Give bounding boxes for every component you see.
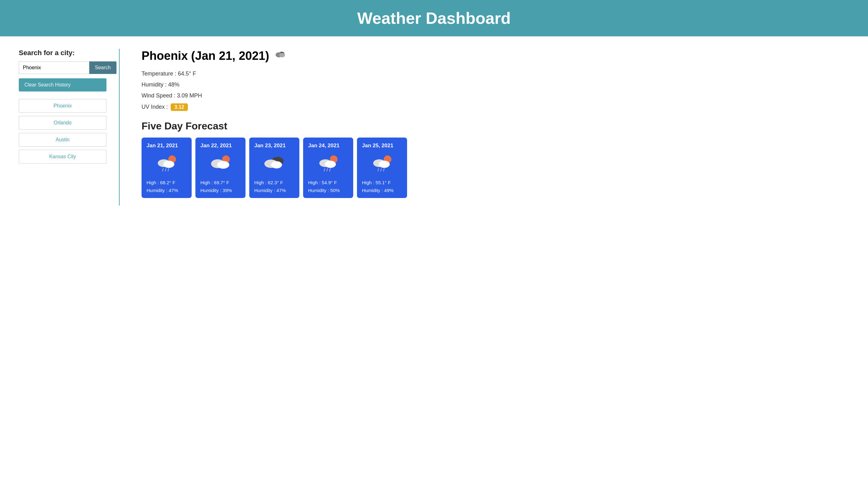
svg-line-20 xyxy=(330,169,330,171)
forecast-card-4: Jan 24, 2021 High : 54.9° F Humidity : 5… xyxy=(303,138,353,198)
search-input[interactable] xyxy=(19,61,89,74)
svg-line-26 xyxy=(383,169,384,171)
svg-point-23 xyxy=(379,161,390,168)
uv-badge: 3.12 xyxy=(170,103,188,111)
city-title: Phoenix (Jan 21, 2021) xyxy=(142,49,849,63)
forecast-card-2: Jan 22, 2021 High : 69.7° F Humidity : 3… xyxy=(195,138,246,198)
wind-speed: Wind Speed : 3.09 MPH xyxy=(142,92,849,99)
search-label: Search for a city: xyxy=(19,49,106,57)
forecast-icon-3 xyxy=(254,153,294,176)
app-header: Weather Dashboard xyxy=(0,0,868,36)
forecast-high-5: High : 55.1° F xyxy=(362,180,391,185)
forecast-date-2: Jan 22, 2021 xyxy=(200,143,232,149)
forecast-humidity-4: Humidity : 50% xyxy=(308,188,340,193)
forecast-humidity-5: Humidity : 49% xyxy=(362,188,394,193)
search-row: Search xyxy=(19,61,106,74)
forecast-date-5: Jan 25, 2021 xyxy=(362,143,393,149)
svg-line-25 xyxy=(381,169,382,171)
forecast-date-3: Jan 23, 2021 xyxy=(254,143,286,149)
content-area: Phoenix (Jan 21, 2021) Temperature : 64.… xyxy=(132,49,849,206)
forecast-title: Five Day Forecast xyxy=(142,120,849,132)
forecast-high-3: High : 62.3° F xyxy=(254,180,283,185)
forecast-high-2: High : 69.7° F xyxy=(200,180,229,185)
forecast-date-4: Jan 24, 2021 xyxy=(308,143,339,149)
forecast-icon-2 xyxy=(200,153,241,176)
svg-line-8 xyxy=(168,169,169,171)
history-item-kansascity[interactable]: Kansas City xyxy=(19,150,106,163)
history-item-orlando[interactable]: Orlando xyxy=(19,116,106,130)
history-item-phoenix[interactable]: Phoenix xyxy=(19,99,106,113)
svg-line-19 xyxy=(327,169,328,171)
weather-details: Temperature : 64.5° F Humidity : 48% Win… xyxy=(142,70,849,111)
search-button[interactable]: Search xyxy=(89,61,117,74)
main-container: Search for a city: Search Clear Search H… xyxy=(0,36,868,218)
sidebar: Search for a city: Search Clear Search H… xyxy=(19,49,106,206)
forecast-humidity-2: Humidity : 39% xyxy=(200,188,232,193)
city-title-text: Phoenix (Jan 21, 2021) xyxy=(142,49,269,63)
forecast-high-1: High : 68.2° F xyxy=(147,180,175,185)
svg-line-18 xyxy=(324,169,325,171)
forecast-icon-4 xyxy=(308,153,348,176)
forecast-humidity-3: Humidity : 47% xyxy=(254,188,286,193)
clear-history-button[interactable]: Clear Search History xyxy=(19,78,106,91)
forecast-card-5: Jan 25, 2021 High : 55.1° F Humidity : 4… xyxy=(357,138,407,198)
temperature: Temperature : 64.5° F xyxy=(142,70,849,77)
forecast-humidity-1: Humidity : 47% xyxy=(147,188,178,193)
history-item-austin[interactable]: Austin xyxy=(19,133,106,147)
forecast-icon-5 xyxy=(362,153,402,176)
divider xyxy=(119,49,120,206)
current-weather-icon xyxy=(273,49,286,63)
uv-label: UV Index : xyxy=(142,104,168,110)
svg-line-7 xyxy=(165,169,166,171)
forecast-card-3: Jan 23, 2021 High : 62.3° F Humidity : 4… xyxy=(249,138,299,198)
svg-point-11 xyxy=(217,161,229,169)
app-title: Weather Dashboard xyxy=(0,9,868,28)
svg-point-14 xyxy=(271,161,282,169)
svg-point-5 xyxy=(163,161,174,168)
svg-point-2 xyxy=(279,53,285,57)
svg-line-24 xyxy=(378,169,379,171)
forecast-date-1: Jan 21, 2021 xyxy=(147,143,178,149)
forecast-row: Jan 21, 2021 High : 68.2° F xyxy=(142,138,849,198)
forecast-card-1: Jan 21, 2021 High : 68.2° F xyxy=(142,138,192,198)
uv-index-row: UV Index : 3.12 xyxy=(142,103,849,111)
forecast-high-4: High : 54.9° F xyxy=(308,180,337,185)
svg-line-6 xyxy=(162,169,163,171)
forecast-icon-1 xyxy=(147,153,187,176)
svg-point-17 xyxy=(325,161,336,168)
humidity: Humidity : 48% xyxy=(142,82,849,88)
